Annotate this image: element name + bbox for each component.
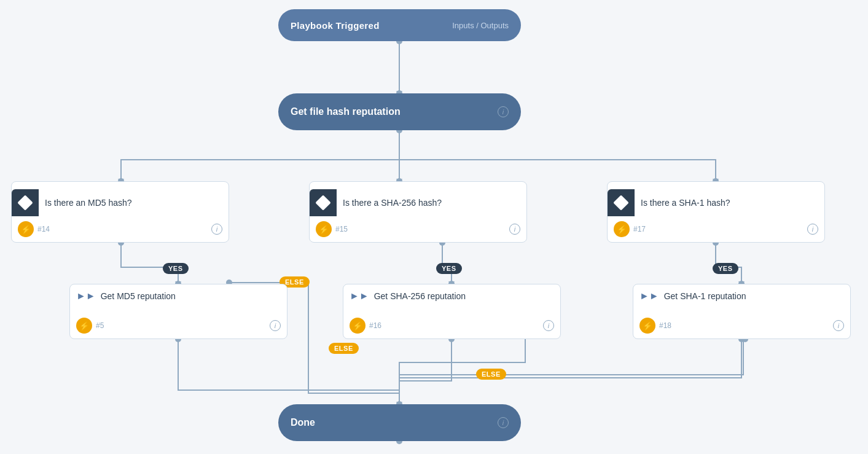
sha256-yes-label: YES xyxy=(436,263,462,274)
sha256-rep-title: Get SHA-256 reputation xyxy=(374,291,466,301)
sha256-icon-box xyxy=(310,189,337,216)
get-hash-node[interactable]: Get file hash reputation i xyxy=(278,93,521,130)
sha1-rep-info-icon[interactable]: i xyxy=(833,320,844,331)
sha1-rep-header: ►► Get SHA-1 reputation xyxy=(633,284,850,302)
md5-card-footer-left: ⚡ #14 xyxy=(18,221,50,237)
sha1-diamond-icon xyxy=(613,195,628,210)
sha1-info-icon[interactable]: i xyxy=(807,224,818,235)
sha256-else-label: ELSE xyxy=(329,343,359,354)
get-hash-title: Get file hash reputation xyxy=(291,106,401,117)
md5-rep-footer-left: ⚡ #5 xyxy=(76,318,104,334)
md5-rep-card[interactable]: ►► Get MD5 reputation ⚡ #5 i xyxy=(69,284,287,339)
sha256-diamond-icon xyxy=(315,195,330,210)
sha1-card-title: Is there a SHA-1 hash? xyxy=(641,198,730,208)
sha256-rep-card[interactable]: ►► Get SHA-256 reputation ⚡ #16 i xyxy=(343,284,561,339)
sha256-info-icon[interactable]: i xyxy=(509,224,520,235)
sha256-card-title: Is there a SHA-256 hash? xyxy=(343,198,442,208)
sha256-rep-info-icon[interactable]: i xyxy=(543,320,554,331)
md5-rep-num: #5 xyxy=(96,321,104,330)
sha256-bolt-icon: ⚡ xyxy=(316,221,332,237)
sha1-rep-title: Get SHA-1 reputation xyxy=(664,291,746,301)
sha256-card-footer-left: ⚡ #15 xyxy=(316,221,348,237)
md5-card-title: Is there an MD5 hash? xyxy=(45,198,132,208)
md5-condition-card[interactable]: Is there an MD5 hash? ⚡ #14 i xyxy=(11,181,229,243)
md5-diamond-icon xyxy=(17,195,33,210)
sha256-condition-card[interactable]: Is there a SHA-256 hash? ⚡ #15 i xyxy=(309,181,527,243)
get-hash-info-icon[interactable]: i xyxy=(498,106,509,117)
md5-rep-footer: ⚡ #5 i xyxy=(70,318,287,339)
sha256-rep-footer: ⚡ #16 i xyxy=(343,318,560,339)
md5-rep-arrow-icon: ►► xyxy=(76,291,96,302)
sha1-condition-card[interactable]: Is there a SHA-1 hash? ⚡ #17 i xyxy=(607,181,825,243)
md5-bolt-icon: ⚡ xyxy=(18,221,34,237)
sha1-yes-label: YES xyxy=(713,263,738,274)
md5-card-footer: ⚡ #14 i xyxy=(12,221,229,242)
canvas: Playbook Triggered Inputs / Outputs Get … xyxy=(0,0,868,454)
sha256-rep-arrow-icon: ►► xyxy=(350,291,369,302)
sha1-rep-card[interactable]: ►► Get SHA-1 reputation ⚡ #18 i xyxy=(633,284,851,339)
sha1-rep-footer: ⚡ #18 i xyxy=(633,318,850,339)
sha256-rep-bolt-icon: ⚡ xyxy=(350,318,366,334)
done-node[interactable]: Done i xyxy=(278,404,521,441)
done-title: Done xyxy=(291,417,315,428)
md5-yes-label: YES xyxy=(163,263,189,274)
sha1-bolt-icon: ⚡ xyxy=(614,221,630,237)
md5-rep-title: Get MD5 reputation xyxy=(101,291,176,301)
sha256-card-num: #15 xyxy=(335,225,348,233)
sha1-card-footer-left: ⚡ #17 xyxy=(614,221,646,237)
md5-info-icon[interactable]: i xyxy=(211,224,222,235)
md5-card-header: Is there an MD5 hash? xyxy=(12,182,229,216)
sha1-card-footer: ⚡ #17 i xyxy=(608,221,824,242)
sha1-else-label: ELSE xyxy=(476,369,506,380)
md5-card-num: #14 xyxy=(37,225,50,233)
trigger-inputs-outputs[interactable]: Inputs / Outputs xyxy=(452,21,509,30)
md5-rep-header: ►► Get MD5 reputation xyxy=(70,284,287,302)
sha256-rep-num: #16 xyxy=(369,321,381,330)
done-info-icon[interactable]: i xyxy=(498,417,509,428)
trigger-title: Playbook Triggered xyxy=(291,20,380,31)
sha1-rep-footer-left: ⚡ #18 xyxy=(639,318,671,334)
md5-icon-box xyxy=(12,189,39,216)
sha1-card-header: Is there a SHA-1 hash? xyxy=(608,182,824,216)
trigger-node[interactable]: Playbook Triggered Inputs / Outputs xyxy=(278,9,521,41)
md5-rep-info-icon[interactable]: i xyxy=(270,320,281,331)
sha256-rep-footer-left: ⚡ #16 xyxy=(350,318,381,334)
sha256-card-footer: ⚡ #15 i xyxy=(310,221,526,242)
sha1-card-num: #17 xyxy=(633,225,646,233)
sha1-rep-bolt-icon: ⚡ xyxy=(639,318,655,334)
sha1-icon-box xyxy=(608,189,635,216)
sha256-card-header: Is there a SHA-256 hash? xyxy=(310,182,526,216)
sha1-rep-num: #18 xyxy=(659,321,671,330)
sha1-rep-arrow-icon: ►► xyxy=(639,291,659,302)
md5-rep-bolt-icon: ⚡ xyxy=(76,318,92,334)
sha256-rep-header: ►► Get SHA-256 reputation xyxy=(343,284,560,302)
